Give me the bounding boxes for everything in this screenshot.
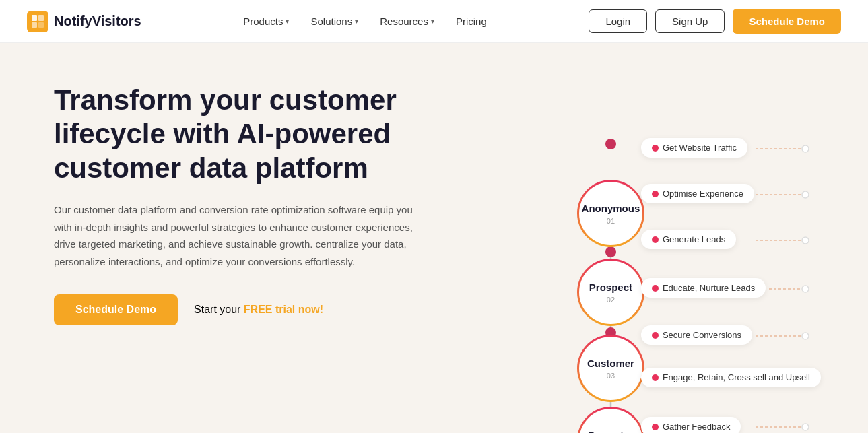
svg-rect-2 <box>32 22 37 28</box>
lifecycle-circle-prospect: Prospect 02 <box>577 259 644 326</box>
svg-point-35 <box>802 424 809 430</box>
hero-content: Transform your customer lifecycle with A… <box>54 77 479 325</box>
circle-num-prospect: 02 <box>607 296 615 304</box>
svg-point-15 <box>605 246 616 257</box>
lifecycle-diagram: Anonymous 01 Prospect 02 Customer 03 Pro… <box>506 77 855 433</box>
hero-actions: Schedule Demo Start your FREE trial now! <box>54 294 479 325</box>
pill-engage-retain: Engage, Retain, Cross sell and Upsell <box>641 368 821 387</box>
pill-gather-feedback: Gather Feedback <box>641 417 741 433</box>
svg-rect-0 <box>32 15 37 21</box>
chevron-down-icon: ▾ <box>355 18 358 25</box>
pill-dot <box>652 191 659 197</box>
lifecycle-circle-customer: Customer 03 <box>577 335 644 402</box>
chevron-down-icon: ▾ <box>431 18 434 25</box>
chevron-down-icon: ▾ <box>286 18 289 25</box>
pill-dot <box>652 145 659 152</box>
circle-num-anonymous: 01 <box>607 217 615 225</box>
svg-point-27 <box>802 237 809 244</box>
pill-generate-leads: Generate Leads <box>641 230 736 249</box>
nav-item-solutions[interactable]: Solutions ▾ <box>310 15 358 27</box>
diagram-container: Anonymous 01 Prospect 02 Customer 03 Pro… <box>506 77 855 433</box>
svg-point-29 <box>802 286 809 292</box>
logo[interactable]: NotifyVisitors <box>27 11 141 32</box>
pill-educate-nurture: Educate, Nurture Leads <box>641 278 766 298</box>
pill-dot <box>652 236 659 243</box>
nav-links: Products ▾ Solutions ▾ Resources ▾ Prici… <box>243 15 486 27</box>
circle-label-prospect: Prospect <box>589 281 632 293</box>
logo-text: NotifyVisitors <box>54 13 141 29</box>
pill-dot <box>652 374 659 381</box>
logo-icon <box>27 11 48 32</box>
navbar: NotifyVisitors Products ▾ Solutions ▾ Re… <box>0 0 868 43</box>
hero-schedule-demo-button[interactable]: Schedule Demo <box>54 294 178 325</box>
circle-label-promoter: Promoter <box>589 430 634 434</box>
svg-rect-1 <box>38 15 44 21</box>
hero-description: Our customer data platform and conversio… <box>54 201 431 270</box>
circle-num-customer: 03 <box>607 372 615 380</box>
svg-rect-3 <box>38 22 44 28</box>
schedule-demo-button[interactable]: Schedule Demo <box>733 9 841 34</box>
nav-item-resources[interactable]: Resources ▾ <box>380 15 434 27</box>
nav-item-products[interactable]: Products ▾ <box>243 15 289 27</box>
signup-button[interactable]: Sign Up <box>655 9 725 33</box>
free-trial-link[interactable]: FREE trial now! <box>244 304 323 315</box>
circle-label-customer: Customer <box>587 358 634 369</box>
hero-section: Transform your customer lifecycle with A… <box>0 43 868 433</box>
svg-point-23 <box>802 145 809 152</box>
pill-dot <box>652 424 659 430</box>
login-button[interactable]: Login <box>589 9 647 33</box>
trial-text: Start your FREE trial now! <box>194 304 323 316</box>
pill-dot <box>652 332 659 339</box>
lifecycle-circle-anonymous: Anonymous 01 <box>577 180 644 247</box>
svg-point-5 <box>605 139 616 149</box>
circle-label-anonymous: Anonymous <box>582 203 640 214</box>
page-title: Transform your customer lifecycle with A… <box>54 84 479 185</box>
pill-get-website-traffic: Get Website Traffic <box>641 138 747 158</box>
nav-item-pricing[interactable]: Pricing <box>456 15 487 27</box>
svg-point-25 <box>802 191 809 198</box>
pill-optimise-experience: Optimise Experience <box>641 184 754 203</box>
pill-secure-conversions: Secure Conversions <box>641 325 752 345</box>
svg-point-31 <box>802 333 809 339</box>
nav-buttons: Login Sign Up Schedule Demo <box>589 9 841 34</box>
pill-dot <box>652 285 659 292</box>
